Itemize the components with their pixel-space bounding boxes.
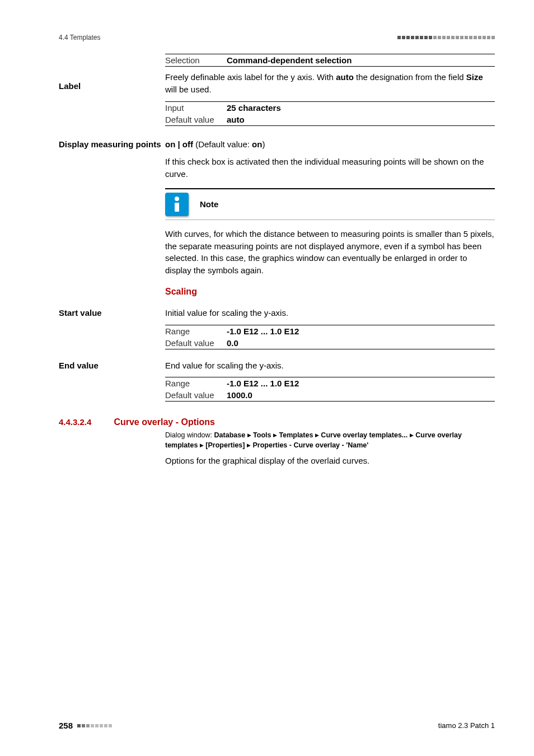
footer-product: tiamo 2.3 Patch 1 (438, 721, 495, 730)
label-input-row: Input 25 characters (165, 102, 495, 114)
header-section-ref: 4.4 Templates (59, 34, 101, 41)
footer-decoration (77, 724, 112, 727)
page: 4.4 Templates Selection Command-dependen… (0, 0, 534, 756)
start-default-row: Default value 0.0 (165, 337, 495, 349)
display-points-description: If this check box is activated then the … (165, 156, 495, 180)
selection-label: Selection (165, 55, 227, 65)
header-decoration (397, 36, 495, 39)
curve-overlay-body: Dialog window: Database ▶ Tools ▶ Templa… (165, 431, 495, 467)
page-footer: 258 tiamo 2.3 Patch 1 (59, 721, 495, 730)
end-value-section: End value End value for scaling the y-ax… (59, 360, 495, 402)
start-range-row: Range -1.0 E12 ... 1.0 E12 (165, 325, 495, 337)
end-range-row: Range -1.0 E12 ... 1.0 E12 (165, 377, 495, 389)
curve-overlay-title: Curve overlay - Options (114, 417, 215, 427)
end-value-description: End value for scaling the y-axis. (165, 360, 495, 372)
note-header: Note (165, 188, 495, 220)
start-value-description: Initial value for scaling the y-axis. (165, 307, 495, 319)
page-header: 4.4 Templates (59, 34, 495, 41)
curve-overlay-path: Dialog window: Database ▶ Tools ▶ Templa… (165, 431, 495, 450)
end-default-row: Default value 1000.0 (165, 389, 495, 401)
page-number: 258 (59, 721, 73, 730)
curve-overlay-number: 4.4.3.2.4 (59, 417, 91, 427)
selection-value: Command-dependent selection (227, 55, 495, 65)
curve-overlay-description: Options for the graphical display of the… (165, 455, 495, 467)
start-value-side-heading: Start value (59, 308, 160, 318)
label-default-row: Default value auto (165, 114, 495, 125)
label-description: Freely definable axis label for the y ax… (165, 71, 495, 96)
label-section: Label Freely definable axis label for th… (59, 71, 495, 126)
info-icon (165, 193, 189, 216)
curve-overlay-heading: 4.4.3.2.4 Curve overlay - Options (59, 417, 495, 427)
end-value-side-heading: End value (59, 361, 160, 370)
footer-left: 258 (59, 721, 112, 730)
note-label: Note (200, 199, 218, 209)
selection-block: Selection Command-dependent selection (165, 54, 495, 67)
display-points-section: Display measuring points on | off (Defau… (59, 138, 495, 297)
note-body: With curves, for which the distance betw… (165, 228, 495, 277)
selection-row: Selection Command-dependent selection (165, 54, 495, 66)
label-side-heading: Label (59, 81, 160, 91)
start-value-section: Start value Initial value for scaling th… (59, 307, 495, 349)
display-points-toggle: on | off (Default value: on) (165, 138, 495, 151)
scaling-heading: Scaling (165, 287, 495, 297)
